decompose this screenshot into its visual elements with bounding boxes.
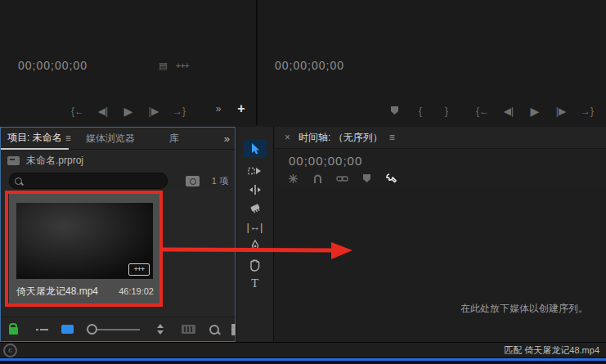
step-back-button[interactable]: ◀| [96, 106, 110, 117]
search-box[interactable] [9, 173, 168, 189]
transport-overflow-icon[interactable]: » [211, 103, 226, 115]
razor-tool-icon[interactable] [244, 199, 267, 218]
add-marker-icon[interactable] [360, 172, 373, 185]
project-icon [7, 156, 20, 165]
panel-close-icon[interactable]: × [285, 132, 290, 143]
tools-panel: |↔| T [236, 127, 274, 342]
tab-project[interactable]: 项目: 未命名 [1, 128, 69, 150]
timeline-header: × 时间轴: （无序列） ≡ [275, 127, 606, 149]
list-view-icon[interactable] [36, 325, 48, 335]
premiere-pro-window: 00;00;00;00 ▤ +++ {← ◀| ▶ |▶ →} » + 00;0… [0, 0, 606, 364]
zoom-slider-knob[interactable] [87, 324, 97, 335]
zoom-slider-track [97, 329, 140, 330]
clip-card[interactable]: +++ 倚天屠龙记48.mp4 46:19:02 [9, 194, 161, 305]
go-to-in-button[interactable]: {← [475, 106, 490, 117]
project-item-list: +++ 倚天屠龙记48.mp4 46:19:02 [2, 190, 234, 317]
panel-menu-icon[interactable]: ≡ [65, 133, 71, 144]
panel-menu-icon[interactable]: ≡ [389, 132, 395, 143]
mark-out-button[interactable]: } [439, 106, 454, 117]
timeline-tab-title[interactable]: 时间轴: （无序列） [299, 131, 383, 145]
source-settings-icon[interactable]: ▤ [159, 61, 167, 71]
snap-magnet-icon[interactable] [311, 172, 324, 185]
sort-icons-icon[interactable] [156, 324, 165, 335]
track-select-forward-tool-icon[interactable] [244, 161, 267, 180]
project-root-row[interactable]: 未命名.prproj [7, 154, 83, 168]
pen-tool-icon[interactable] [244, 236, 267, 255]
clip-name[interactable]: 倚天屠龙记48.mp4 [16, 285, 98, 299]
project-panel-tabs: 项目: 未命名 ≡ 媒体浏览器 库 » [1, 128, 235, 150]
ripple-edit-tool-icon[interactable] [244, 180, 267, 199]
go-to-in-button[interactable]: {← [70, 106, 85, 117]
tab-media-browser[interactable]: 媒体浏览器 [79, 128, 141, 149]
source-monitor-panel: 00;00;00;00 ▤ +++ {← ◀| ▶ |▶ →} » + [0, 0, 258, 125]
step-forward-button[interactable]: |▶ [146, 106, 161, 117]
play-button[interactable]: ▶ [527, 105, 542, 118]
step-back-button[interactable]: ◀| [501, 106, 516, 117]
timeline-toolbar [286, 172, 397, 185]
slip-tool-icon[interactable]: |↔| [244, 218, 267, 236]
mark-in-button[interactable]: { [413, 106, 428, 117]
find-icon[interactable] [209, 324, 220, 335]
project-panel: 项目: 未命名 ≡ 媒体浏览器 库 » 未命名.prproj 1 项 +++ [0, 127, 236, 342]
project-panel-toolbar [1, 317, 235, 341]
search-icon [15, 178, 22, 185]
go-to-out-button[interactable]: →} [172, 106, 186, 117]
timeline-drop-area[interactable]: 在此处放下媒体以创建序列。 [275, 186, 606, 342]
add-marker-icon[interactable] [387, 106, 402, 118]
tab-libraries[interactable]: 库 [163, 128, 186, 149]
source-timecode: 00;00;00;00 [18, 59, 88, 72]
project-file-name: 未命名.prproj [26, 154, 83, 168]
status-bar: c 匹配 倚天屠龙记48.mp4 [0, 342, 606, 357]
insert-nest-icon[interactable] [286, 172, 299, 185]
export-frame-icon[interactable]: +++ [176, 61, 189, 70]
timeline-settings-wrench-icon[interactable] [384, 172, 397, 185]
type-tool-icon[interactable]: T [244, 274, 267, 293]
search-input[interactable] [25, 175, 143, 186]
timeline-timecode: 00;00;00;00 [289, 154, 362, 168]
clip-scrub-badge: +++ [128, 263, 150, 276]
status-text: 匹配 倚天屠龙记48.mp4 [504, 344, 599, 357]
project-writable-lock-icon[interactable] [9, 327, 18, 335]
new-search-bin-icon[interactable] [186, 176, 200, 186]
selection-tool-icon[interactable] [244, 139, 267, 158]
item-count: 1 项 [212, 175, 228, 187]
program-monitor-panel: 00;00;00;00 { } {← ◀| ▶ |▶ →} [259, 0, 606, 125]
go-to-out-button[interactable]: →} [580, 106, 595, 117]
timeline-panel: × 时间轴: （无序列） ≡ 00;00;00;00 在此处放下媒体以创建序列。 [275, 127, 606, 342]
step-forward-button[interactable]: |▶ [554, 106, 568, 117]
hand-tool-icon[interactable] [244, 255, 267, 274]
icon-view-icon[interactable] [61, 325, 74, 334]
search-row: 1 项 [9, 173, 228, 189]
button-editor-add-icon[interactable]: + [234, 101, 249, 116]
clip-thumbnail[interactable]: +++ [16, 203, 153, 279]
zoom-slider[interactable] [87, 324, 140, 335]
taskbar-edge [0, 357, 606, 364]
creative-cloud-icon[interactable]: c [3, 344, 17, 357]
program-timecode: 00;00;00;00 [275, 59, 344, 72]
automate-to-sequence-icon[interactable] [182, 325, 195, 334]
tab-overflow-icon[interactable]: » [224, 133, 230, 145]
linked-selection-icon[interactable] [335, 172, 348, 185]
clip-duration: 46:19:02 [119, 286, 154, 296]
play-button[interactable]: ▶ [121, 105, 136, 118]
drop-media-message: 在此处放下媒体以创建序列。 [442, 302, 606, 316]
